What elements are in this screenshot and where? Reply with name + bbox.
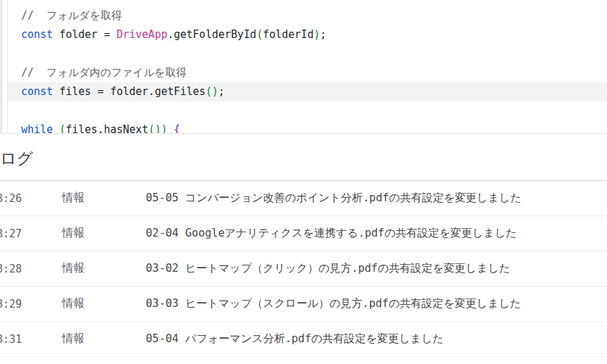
- code-line: const files = folder.getFiles();: [8, 82, 607, 101]
- log-timestamp-text: 8:29: [0, 298, 22, 310]
- log-row: 8:28情報03-02 ヒートマップ（クリック）の見方.pdfの共有設定を変更し…: [0, 251, 607, 287]
- code-token-comment: // フォルダを取得: [21, 9, 122, 22]
- code-token-plain: folder =: [53, 28, 116, 41]
- log-row: 8:26情報05-05 コンバージョン改善のポイント分析.pdfの共有設定を変更…: [0, 181, 607, 216]
- code-token-type: DriveApp: [116, 28, 167, 41]
- code-lines: // フォルダを取得const folder = DriveApp.getFol…: [8, 6, 607, 133]
- code-token-plain: ;: [218, 85, 225, 98]
- code-token-paren: (: [206, 85, 212, 98]
- code-token-paren: (: [149, 123, 155, 133]
- execution-log-panel: ログ 8:26情報05-05 コンバージョン改善のポイント分析.pdfの共有設定…: [0, 133, 607, 364]
- code-token-paren: ): [155, 123, 161, 133]
- log-timestamp: 8:26: [0, 192, 62, 205]
- log-level-badge: 情報: [62, 296, 146, 311]
- code-token-plain: ;: [320, 28, 326, 41]
- code-token-plain: [53, 123, 59, 133]
- log-timestamp: 8:31: [0, 333, 62, 346]
- code-token-paren: (: [256, 28, 263, 41]
- code-line: // フォルダ内のファイルを取得: [8, 63, 607, 82]
- apps-script-screen: // フォルダを取得const folder = DriveApp.getFol…: [0, 0, 607, 364]
- log-timestamp: 8:29: [0, 298, 62, 310]
- log-level-badge: 情報: [62, 191, 146, 206]
- log-timestamp-text: 8:26: [0, 192, 22, 205]
- code-editor[interactable]: // フォルダを取得const folder = DriveApp.getFol…: [0, 0, 607, 133]
- log-message: 03-02 ヒートマップ（クリック）の見方.pdfの共有設定を変更しました: [146, 261, 607, 276]
- code-line: const folder = DriveApp.getFolderById(fo…: [8, 25, 607, 44]
- log-row: 8:29情報03-03 ヒートマップ（スクロール）の見方.pdfの共有設定を変更…: [0, 287, 607, 322]
- log-level-badge: 情報: [62, 332, 146, 346]
- editor-gutter-border: [1, 0, 1, 133]
- log-timestamp: 8:28: [0, 263, 62, 275]
- code-token-paren: ): [212, 85, 218, 98]
- code-token-plain: .getFolderById: [168, 28, 256, 41]
- log-row: 8:31情報05-04 パフォーマンス分析.pdfの共有設定を変更しました: [0, 322, 607, 357]
- code-token-brace: {: [168, 123, 180, 133]
- code-token-plain: folderId: [263, 28, 313, 41]
- log-timestamp-text: 8:31: [0, 333, 22, 346]
- code-token-plain: files.hasNext: [65, 123, 148, 133]
- log-timestamp-text: 8:27: [0, 227, 22, 240]
- log-row: 8:27情報02-04 Googleアナリティクスを連携する.pdfの共有設定を…: [0, 216, 607, 251]
- log-level-badge: 情報: [62, 226, 146, 241]
- code-token-comment: // フォルダ内のファイルを取得: [21, 66, 187, 79]
- log-level-badge: 情報: [62, 261, 146, 276]
- log-table: 8:26情報05-05 コンバージョン改善のポイント分析.pdfの共有設定を変更…: [0, 180, 607, 357]
- code-token-keyword: const: [21, 28, 53, 41]
- code-line: [8, 101, 607, 120]
- log-message: 05-05 コンバージョン改善のポイント分析.pdfの共有設定を変更しました: [146, 191, 607, 206]
- log-timestamp: 8:27: [0, 227, 62, 240]
- code-token-plain: files = folder.getFiles: [53, 85, 206, 98]
- code-token-keyword: const: [21, 85, 53, 98]
- log-timestamp-text: 8:28: [0, 263, 22, 275]
- log-panel-title: ログ: [0, 148, 33, 170]
- code-line: while (files.hasNext()) {: [8, 120, 607, 133]
- code-line: [8, 44, 607, 63]
- log-message: 02-04 Googleアナリティクスを連携する.pdfの共有設定を変更しました: [146, 226, 607, 241]
- code-token-keyword: while: [21, 123, 53, 133]
- log-message: 05-04 パフォーマンス分析.pdfの共有設定を変更しました: [146, 332, 607, 346]
- code-token-paren: ): [161, 123, 168, 133]
- log-message: 03-03 ヒートマップ（スクロール）の見方.pdfの共有設定を変更しました: [146, 296, 607, 311]
- code-token-paren: (: [59, 123, 65, 133]
- code-line: // フォルダを取得: [8, 6, 607, 25]
